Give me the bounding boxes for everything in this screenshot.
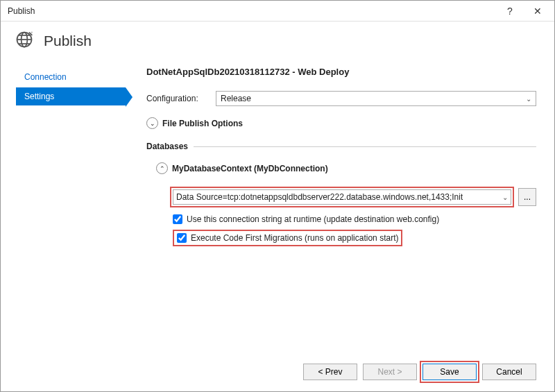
configuration-row: Configuration: Release ⌄ [146,91,536,106]
page-title: DotNetAppSqlDb20210318112732 - Web Deplo… [146,67,536,77]
connection-string-select[interactable]: Data Source=tcp:dotnetappsqldbdbserver22… [173,189,511,205]
use-connection-string-row: Use this connection string at runtime (u… [173,214,536,224]
sidebar: Connection Settings [1,64,126,364]
window-title: Publish [8,6,496,16]
prev-button[interactable]: < Prev [303,364,357,380]
connection-string-highlight: Data Source=tcp:dotnetappsqldbdbserver22… [170,187,514,207]
section-divider [194,146,536,147]
databases-section-header: Databases [146,142,536,151]
header-title: Publish [44,33,92,49]
prev-label: < Prev [318,367,342,377]
close-icon: ✕ [533,6,542,17]
sidebar-item-label: Settings [24,92,54,101]
execute-migrations-row: Execute Code First Migrations (runs on a… [173,230,536,246]
cancel-label: Cancel [496,367,522,377]
configuration-label: Configuration: [146,94,216,103]
sidebar-item-label: Connection [24,72,67,82]
file-publish-options-label: File Publish Options [162,119,243,128]
use-connection-string-checkbox[interactable] [173,214,182,224]
ellipsis-icon: ... [524,192,531,202]
use-connection-string-label: Use this connection string at runtime (u… [187,214,439,224]
execute-migrations-label: Execute Code First Migrations (runs on a… [191,233,398,243]
close-button[interactable]: ✕ [524,1,552,21]
connection-string-row: Data Source=tcp:dotnetappsqldbdbserver22… [170,187,536,207]
next-button: Next > [363,364,417,380]
databases-section-title: Databases [146,142,188,151]
save-label: Save [440,367,459,377]
file-publish-options-expander[interactable]: ⌄ File Publish Options [146,117,536,129]
db-context-expander[interactable]: ⌃ MyDatabaseContext (MyDbConnection) [156,162,536,174]
content: DotNetAppSqlDb20210318112732 - Web Deplo… [126,64,554,364]
next-label: Next > [377,367,402,377]
help-icon: ? [507,6,513,17]
db-context-label: MyDatabaseContext (MyDbConnection) [172,164,328,173]
header: Publish [1,22,554,64]
titlebar: Publish ? ✕ [1,1,554,22]
globe-icon [15,30,34,51]
connection-string-value: Data Source=tcp:dotnetappsqldbdbserver22… [176,192,463,202]
main-area: Connection Settings DotNetAppSqlDb202103… [1,64,554,364]
configuration-select[interactable]: Release ⌄ [216,91,536,106]
cancel-button[interactable]: Cancel [482,364,536,380]
browse-connection-button[interactable]: ... [518,188,536,206]
footer: < Prev Next > Save Cancel [1,364,554,391]
save-button[interactable]: Save [422,364,477,380]
execute-migrations-checkbox[interactable] [177,233,187,243]
help-button[interactable]: ? [496,1,524,21]
chevron-down-icon: ⌄ [526,95,531,103]
execute-migrations-highlight: Execute Code First Migrations (runs on a… [173,230,402,246]
sidebar-item-connection[interactable]: Connection [16,68,126,86]
chevron-up-icon: ⌃ [156,162,168,174]
chevron-down-icon: ⌄ [146,117,158,129]
sidebar-item-settings[interactable]: Settings [16,87,126,105]
chevron-down-icon: ⌄ [502,194,508,201]
configuration-value: Release [221,94,251,103]
publish-dialog: Publish ? ✕ Publish Connection Settings [0,0,555,392]
